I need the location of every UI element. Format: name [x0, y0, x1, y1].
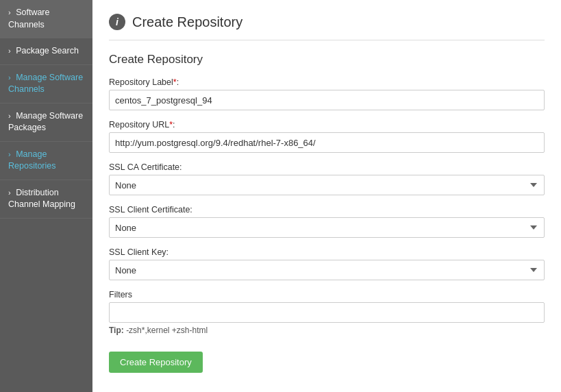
arrow-icon: ›	[8, 150, 11, 158]
sidebar-item-distribution-channel-mapping[interactable]: › Distribution Channel Mapping	[0, 180, 92, 219]
sidebar-item-package-search[interactable]: › Package Search	[0, 38, 92, 65]
ssl-ca-cert-select-wrapper: None	[109, 175, 545, 195]
ssl-ca-cert-label: SSL CA Certificate:	[109, 162, 545, 172]
sidebar-item-manage-software-channels[interactable]: › Manage Software Channels	[0, 65, 92, 103]
page-title: Create Repository	[132, 14, 242, 30]
arrow-icon: ›	[8, 47, 11, 55]
sidebar-item-software-channels[interactable]: › Software Channels	[0, 0, 92, 38]
tip-content: -zsh*,kernel +zsh-html	[126, 326, 208, 335]
sidebar: › Software Channels › Package Search › M…	[0, 0, 92, 392]
ssl-client-cert-group: SSL Client Certificate: None	[109, 205, 545, 238]
ssl-client-key-group: SSL Client Key: None	[109, 247, 545, 280]
tip-text: Tip: -zsh*,kernel +zsh-html	[109, 326, 545, 335]
ssl-client-key-select[interactable]: None	[109, 260, 545, 280]
arrow-icon: ›	[8, 188, 11, 197]
arrow-icon: ›	[8, 73, 11, 82]
ssl-ca-cert-group: SSL CA Certificate: None	[109, 162, 545, 195]
create-repository-button[interactable]: Create Repository	[109, 352, 203, 373]
sidebar-item-manage-software-packages[interactable]: › Manage Software Packages	[0, 103, 92, 142]
arrow-icon: ›	[8, 8, 11, 16]
info-icon: i	[109, 14, 125, 30]
repo-url-label: Repository URL*:	[109, 120, 545, 130]
page-header: i Create Repository	[109, 14, 545, 40]
filters-group: Filters Tip: -zsh*,kernel +zsh-html	[109, 290, 545, 335]
repo-label-input[interactable]	[109, 90, 545, 110]
sidebar-item-manage-repositories[interactable]: › Manage Repositories	[0, 142, 92, 180]
repo-url-group: Repository URL*:	[109, 120, 545, 153]
repo-label-group: Repository Label*:	[109, 77, 545, 110]
ssl-ca-cert-select[interactable]: None	[109, 175, 545, 195]
main-content: i Create Repository Create Repository Re…	[92, 0, 561, 392]
filters-label: Filters	[109, 290, 545, 299]
ssl-client-cert-select[interactable]: None	[109, 217, 545, 238]
ssl-client-key-select-wrapper: None	[109, 260, 545, 280]
filters-input[interactable]	[109, 302, 545, 323]
ssl-client-cert-label: SSL Client Certificate:	[109, 205, 545, 215]
repo-url-input[interactable]	[109, 132, 545, 153]
form-title: Create Repository	[109, 53, 545, 66]
ssl-client-key-label: SSL Client Key:	[109, 247, 545, 257]
arrow-icon: ›	[8, 112, 11, 120]
ssl-client-cert-select-wrapper: None	[109, 217, 545, 238]
repo-label-label: Repository Label*:	[109, 77, 545, 87]
tip-label: Tip:	[109, 326, 124, 335]
